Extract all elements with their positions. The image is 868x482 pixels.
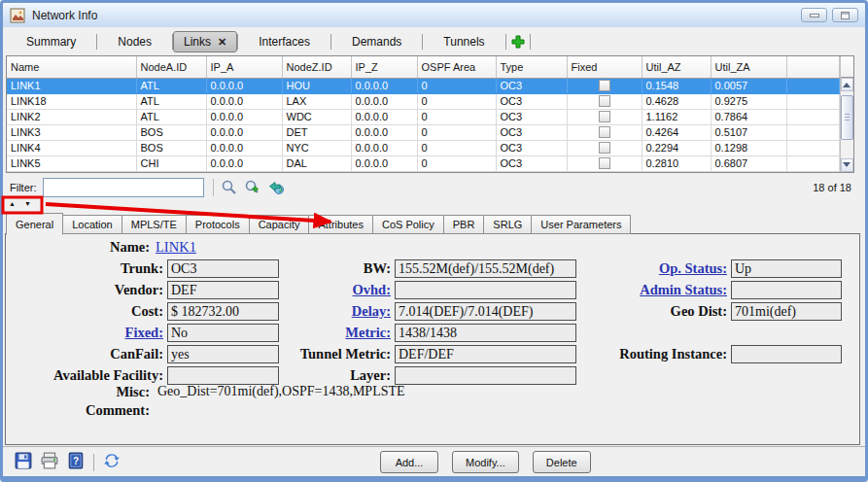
advanced-search-button[interactable] xyxy=(242,178,263,197)
add-button[interactable]: Add... xyxy=(380,451,438,473)
tab-tunnels[interactable]: Tunnels xyxy=(423,31,504,52)
tab-links[interactable]: Links✕ xyxy=(173,31,237,52)
column-header[interactable]: NodeA.ID xyxy=(136,56,206,78)
fixed-checkbox[interactable] xyxy=(599,80,610,91)
table-cell: 0 xyxy=(417,109,496,124)
delete-button[interactable]: Delete xyxy=(533,451,591,473)
table-cell: 0.1298 xyxy=(711,140,786,155)
column-header[interactable]: IP_Z xyxy=(351,56,417,78)
column-header[interactable]: OSPF Area xyxy=(417,56,496,78)
table-row[interactable]: LINK4BOS0.0.0.0NYC0.0.0.00OC30.22940.129… xyxy=(7,140,839,155)
field-label: BW: xyxy=(282,260,395,277)
table-cell-filler xyxy=(786,155,839,171)
tab-label: Interfaces xyxy=(259,35,310,49)
table-row[interactable]: LINK5CHI0.0.0.0DAL0.0.0.00OC30.28100.680… xyxy=(7,155,839,171)
misc-row: Misc: Geo_Dist=701mi(def),OSPF=1438,MPLS… xyxy=(6,384,859,400)
field-label-link[interactable]: Delay: xyxy=(282,303,395,320)
modify-button[interactable]: Modify... xyxy=(452,451,519,473)
field-value xyxy=(167,366,279,385)
field-label-link[interactable]: Metric: xyxy=(282,325,395,341)
filter-input[interactable] xyxy=(43,178,204,197)
detail-tab-mpls-te[interactable]: MPLS/TE xyxy=(122,215,187,234)
fixed-checkbox[interactable] xyxy=(599,126,610,138)
field-value: 7.014(DEF)/7.014(DEF) xyxy=(395,302,576,321)
global-search-button[interactable] xyxy=(265,178,287,197)
field-label-link[interactable]: Ovhd: xyxy=(282,282,395,298)
table-cell: 0.0.0.0 xyxy=(351,140,417,155)
table-row[interactable]: LINK18ATL0.0.0.0LAX0.0.0.00OC30.46280.92… xyxy=(7,93,839,109)
column-header[interactable]: Fixed xyxy=(567,56,642,78)
refresh-button[interactable] xyxy=(103,452,121,473)
misc-value: Geo_Dist=701mi(def),OSPF=1438,MPLSTE xyxy=(157,384,405,400)
detail-tab-cos-policy[interactable]: CoS Policy xyxy=(373,215,444,234)
field-value: Up xyxy=(731,259,842,278)
table-cell: 0.0.0.0 xyxy=(351,109,417,124)
table-row[interactable]: LINK3BOS0.0.0.0DET0.0.0.00OC30.42640.510… xyxy=(7,124,839,140)
detail-tab-srlg[interactable]: SRLG xyxy=(484,215,532,234)
detail-tab-location[interactable]: Location xyxy=(63,215,122,234)
field-value: DEF xyxy=(167,281,279,299)
scroll-down-button[interactable] xyxy=(841,158,854,172)
column-header[interactable]: NodeZ.ID xyxy=(282,56,351,78)
triangle-up-icon xyxy=(843,83,851,87)
print-button[interactable] xyxy=(41,452,58,473)
triangle-down-icon[interactable]: ▼ xyxy=(24,199,31,209)
fixed-checkbox[interactable] xyxy=(599,142,610,154)
name-link[interactable]: LINK1 xyxy=(156,239,196,256)
minimize-icon xyxy=(810,14,819,17)
detail-tab-attributes[interactable]: Attributes xyxy=(309,215,372,234)
filter-label: Filter: xyxy=(10,182,37,193)
triangle-up-icon[interactable]: ▲ xyxy=(9,199,16,209)
column-header[interactable]: IP_A xyxy=(206,56,282,78)
column-header[interactable]: Type xyxy=(496,56,567,78)
row-count: 18 of 18 xyxy=(813,182,851,193)
detail-tab-protocols[interactable]: Protocols xyxy=(187,215,250,234)
tab-interfaces[interactable]: Interfaces xyxy=(238,31,330,52)
column-header[interactable]: Util_ZA xyxy=(711,56,786,78)
spacer xyxy=(731,324,845,342)
table-cell: BOS xyxy=(136,140,206,155)
tab-nodes[interactable]: Nodes xyxy=(97,31,172,52)
field-label-link[interactable]: Fixed: xyxy=(6,325,167,341)
table-row[interactable]: LINK1ATL0.0.0.0HOU0.0.0.00OC30.15480.005… xyxy=(7,78,839,93)
field-label-link[interactable]: Admin Status: xyxy=(579,282,731,298)
maximize-button[interactable] xyxy=(832,8,858,22)
tab-label: Tunnels xyxy=(443,35,484,49)
table-cell: OC3 xyxy=(496,155,567,171)
tab-demands[interactable]: Demands xyxy=(331,31,422,52)
scrollbar-thumb[interactable] xyxy=(841,95,854,140)
save-button[interactable] xyxy=(15,452,32,473)
table-cell: 0 xyxy=(417,140,496,155)
detail-tab-user-parameters[interactable]: User Parameters xyxy=(532,215,631,234)
table-cell: BOS xyxy=(136,124,206,140)
minimize-button[interactable] xyxy=(801,8,827,22)
scroll-up-button[interactable] xyxy=(841,78,854,91)
detail-tab-capacity[interactable]: Capacity xyxy=(250,215,310,234)
table-cell: 0.0.0.0 xyxy=(206,93,282,109)
column-header[interactable]: Util_AZ xyxy=(642,56,711,78)
spacer xyxy=(731,366,845,385)
search-button[interactable] xyxy=(219,178,240,197)
fixed-checkbox[interactable] xyxy=(599,95,610,107)
tab-summary[interactable]: Summary xyxy=(6,31,96,52)
detail-tab-pbr[interactable]: PBR xyxy=(444,215,485,234)
fixed-checkbox[interactable] xyxy=(599,157,610,169)
table-row[interactable]: LINK2ATL0.0.0.0WDC0.0.0.00OC31.11620.786… xyxy=(7,109,839,124)
links-table-grid: NameNodeA.IDIP_ANodeZ.IDIP_ZOSPF AreaTyp… xyxy=(7,56,840,172)
field-label-link[interactable]: Op. Status: xyxy=(579,260,731,277)
add-tab-button[interactable] xyxy=(506,32,530,52)
help-button[interactable]: ? xyxy=(67,452,85,473)
table-cell: DAL xyxy=(282,155,351,171)
scrollbar-track[interactable] xyxy=(841,91,854,158)
fixed-checkbox[interactable] xyxy=(599,111,610,122)
close-icon[interactable]: ✕ xyxy=(218,36,226,49)
field-label: Geo Dist: xyxy=(579,303,731,320)
column-header[interactable]: Name xyxy=(7,56,136,78)
maximize-icon xyxy=(841,12,850,19)
table-cell: WDC xyxy=(282,109,351,124)
detail-tab-general[interactable]: General xyxy=(6,213,63,235)
filter-row: Filter: 18 of 18 xyxy=(6,175,854,200)
detail-collapse-toggle[interactable]: ▲ ▼ xyxy=(9,199,31,209)
table-scrollbar[interactable] xyxy=(840,56,854,172)
table-cell-filler xyxy=(786,109,839,124)
